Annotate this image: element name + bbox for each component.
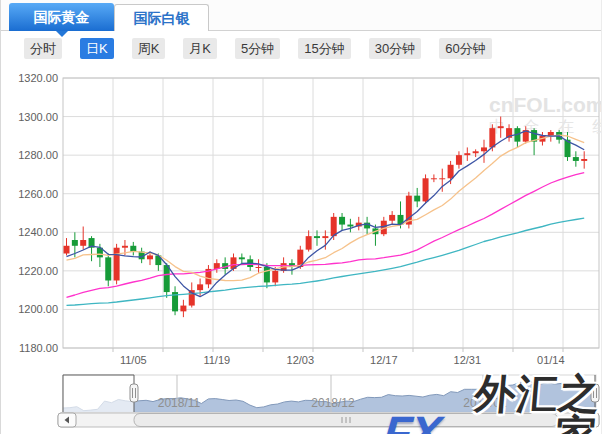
gold-chart-widget: 国际黄金 国际白银 分时日K周K月K5分钟15分钟30分钟60分钟 1320.0… [0, 0, 602, 434]
timeframe-button-1[interactable]: 日K [80, 38, 114, 59]
timeframe-button-7[interactable]: 60分钟 [439, 38, 491, 59]
x-axis-label: 11/05 [120, 354, 147, 366]
navigator: 2018/112018/122019/01 [63, 375, 599, 412]
cnfol-watermark: cnFOL.com中 金 在 线 [489, 93, 602, 135]
tab-international-silver[interactable]: 国际白银 [114, 4, 209, 31]
scrollbar-right-button[interactable] [581, 413, 599, 427]
svg-text:cnFOL.com: cnFOL.com [489, 93, 602, 116]
scrollbar-left-button[interactable] [58, 413, 76, 427]
timeframe-button-6[interactable]: 30分钟 [369, 38, 421, 59]
tab-bar: 国际黄金 国际白银 [1, 0, 601, 31]
y-axis-label: 1220.00 [18, 265, 58, 277]
x-axis-label: 11/19 [203, 354, 230, 366]
timeframe-button-2[interactable]: 周K [132, 38, 166, 59]
x-axis-label: 01/14 [537, 354, 565, 366]
timeframe-row: 分时日K周K月K5分钟15分钟30分钟60分钟 [24, 38, 510, 60]
timeframe-button-0[interactable]: 分时 [24, 38, 62, 59]
x-axis-labels: 11/0511/1912/0312/1712/3101/14 [120, 354, 565, 366]
tab-gold-label: 国际黄金 [34, 9, 90, 25]
navigator-month-label: 2018/12 [311, 396, 355, 410]
y-axis-label: 1300.00 [18, 111, 58, 123]
navigator-left-handle[interactable] [130, 384, 138, 402]
navigator-month-label: 2019/01 [463, 396, 507, 410]
x-axis-label: 12/31 [454, 354, 482, 366]
timeframe-button-5[interactable]: 15分钟 [298, 38, 350, 59]
y-axis-label: 1200.00 [18, 303, 58, 315]
navigator-month-label: 2018/11 [158, 396, 201, 410]
y-axis-label: 1180.00 [19, 342, 58, 354]
price-chart: 1320.001300.001280.001260.001240.001220.… [1, 62, 602, 434]
scrollbar-thumb[interactable] [134, 414, 558, 427]
timeframe-button-4[interactable]: 5分钟 [235, 38, 280, 59]
timeframe-button-3[interactable]: 月K [183, 38, 217, 59]
svg-text:中 金 在 线: 中 金 在 线 [489, 118, 602, 135]
ma5-line [67, 131, 585, 297]
x-axis-label: 12/03 [287, 354, 315, 366]
scrollbar[interactable] [58, 413, 599, 427]
candles-layer [64, 117, 588, 318]
y-axis-label: 1260.00 [18, 188, 58, 200]
x-axis-label: 12/17 [370, 354, 398, 366]
y-axis-label: 1320.00 [18, 72, 58, 84]
y-axis-label: 1280.00 [18, 149, 58, 161]
navigator-right-handle[interactable] [591, 384, 599, 402]
tab-silver-label: 国际白银 [134, 10, 190, 26]
tab-international-gold[interactable]: 国际黄金 [9, 3, 114, 31]
y-axis-label: 1240.00 [18, 226, 58, 238]
active-tab-pointer-icon [56, 31, 68, 37]
